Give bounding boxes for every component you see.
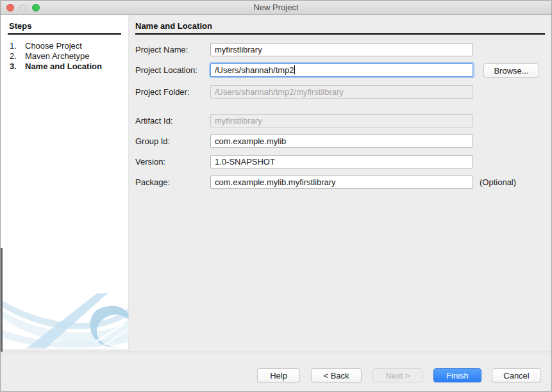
step-item-choose-project: 1. Choose Project (10, 41, 102, 51)
finish-button[interactable]: Finish (433, 368, 481, 382)
package-row: Package: com.example.mylib.myfirstlibrar… (129, 176, 552, 190)
window-title: New Project (1, 1, 551, 15)
background-window-edge (1, 248, 3, 361)
group-id-field[interactable]: com.example.mylib (210, 135, 473, 148)
steps-heading-rule (8, 33, 121, 35)
steps-sidebar: Steps 1. Choose Project 2. Maven Archety… (1, 15, 129, 349)
steps-heading: Steps (9, 21, 31, 31)
title-bar[interactable]: New Project (1, 1, 551, 15)
package-field[interactable]: com.example.mylib.myfirstlibrary (210, 176, 473, 189)
text-caret (294, 65, 295, 74)
project-folder-row: Project Folder: /Users/shannah/tmp2/myfi… (129, 85, 552, 99)
project-name-row: Project Name: myfirstlibrary (129, 43, 552, 57)
project-name-label: Project Name: (135, 43, 188, 56)
step-label: Maven Archetype (25, 51, 89, 61)
group-id-row: Group Id: com.example.mylib (129, 135, 552, 149)
package-label: Package: (135, 176, 170, 189)
browse-button[interactable]: Browse... (483, 63, 539, 78)
group-id-label: Group Id: (135, 135, 170, 148)
wizard-watermark-graphic (1, 291, 129, 348)
artifact-id-row: Artifact Id: myfirstlibrary (129, 114, 552, 128)
help-button[interactable]: Help (257, 368, 300, 382)
project-location-row: Project Location: /Users/shannah/tmp2 Br… (129, 63, 552, 78)
panel-heading-rule (135, 33, 545, 35)
project-location-field[interactable]: /Users/shannah/tmp2 (210, 63, 473, 77)
version-row: Version: 1.0-SNAPSHOT (129, 155, 552, 169)
step-label: Name and Location (25, 61, 102, 72)
step-item-maven-archetype: 2. Maven Archetype (10, 51, 102, 61)
back-button[interactable]: < Back (311, 368, 362, 382)
version-label: Version: (135, 155, 165, 168)
project-location-label: Project Location: (135, 63, 197, 77)
new-project-dialog: New Project Steps 1. Choose Project 2. M… (0, 0, 552, 392)
steps-list: 1. Choose Project 2. Maven Archetype 3. … (10, 41, 102, 72)
version-field[interactable]: 1.0-SNAPSHOT (210, 155, 473, 168)
project-name-field[interactable]: myfirstlibrary (210, 43, 473, 56)
project-folder-label: Project Folder: (135, 85, 190, 99)
artifact-id-label: Artifact Id: (135, 114, 173, 127)
project-folder-field: /Users/shannah/tmp2/myfirstlibrary (210, 85, 473, 99)
cancel-button[interactable]: Cancel (492, 368, 541, 382)
artifact-id-field: myfirstlibrary (210, 114, 473, 127)
optional-hint: (Optional) (480, 176, 516, 189)
step-label: Choose Project (25, 41, 82, 51)
next-button: Next > (372, 368, 423, 382)
dialog-button-bar: Help < Back Next > Finish Cancel (1, 352, 551, 391)
name-and-location-panel: Name and Location Project Name: myfirstl… (129, 15, 552, 352)
step-item-name-and-location: 3. Name and Location (10, 61, 102, 72)
panel-heading: Name and Location (135, 21, 212, 31)
